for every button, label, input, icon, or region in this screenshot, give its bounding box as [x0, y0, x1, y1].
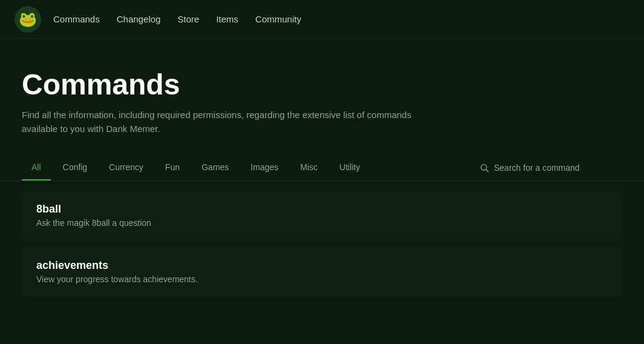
search-input[interactable]: [494, 163, 615, 173]
command-description: Ask the magik 8ball a question: [36, 218, 608, 228]
navbar: 🐸 Commands Changelog Store Items Communi…: [0, 0, 644, 39]
command-name: 8ball: [36, 203, 608, 216]
tab-config[interactable]: Config: [53, 155, 97, 180]
tab-games[interactable]: Games: [192, 155, 238, 180]
tab-fun[interactable]: Fun: [156, 155, 189, 180]
command-card-achievements[interactable]: achievements View your progress towards …: [22, 247, 622, 296]
tab-utility[interactable]: Utility: [330, 155, 370, 180]
nav-logo: 🐸: [15, 6, 41, 33]
nav-link-commands[interactable]: Commands: [53, 14, 100, 24]
nav-link-community[interactable]: Community: [255, 14, 301, 24]
page-description: Find all the information, including requ…: [22, 108, 445, 136]
command-description: View your progress towards achievements.: [36, 274, 608, 284]
nav-link-store[interactable]: Store: [177, 14, 199, 24]
nav-links: Commands Changelog Store Items Community: [53, 14, 301, 25]
filter-bar: All Config Currency Fun Games Images Mis…: [0, 155, 644, 181]
tab-images[interactable]: Images: [241, 155, 288, 180]
search-container[interactable]: [472, 158, 622, 177]
hero-section: Commands Find all the information, inclu…: [0, 39, 644, 155]
page-title: Commands: [22, 68, 622, 101]
command-list: 8ball Ask the magik 8ball a question ach…: [0, 181, 644, 313]
tab-currency[interactable]: Currency: [99, 155, 153, 180]
tab-all[interactable]: All: [22, 155, 51, 180]
logo-emoji: 🐸: [19, 11, 37, 28]
command-card-8ball[interactable]: 8ball Ask the magik 8ball a question: [22, 191, 622, 240]
command-name: achievements: [36, 259, 608, 272]
svg-line-1: [486, 170, 488, 172]
search-icon: [479, 163, 489, 173]
nav-link-items[interactable]: Items: [216, 14, 238, 24]
nav-link-changelog[interactable]: Changelog: [117, 14, 161, 24]
tab-misc[interactable]: Misc: [291, 155, 327, 180]
